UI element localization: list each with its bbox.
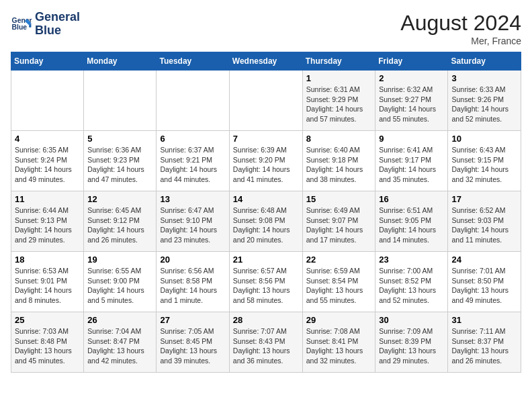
- calendar-cell: 24Sunrise: 7:01 AM Sunset: 8:50 PM Dayli…: [448, 252, 521, 312]
- calendar-cell: 12Sunrise: 6:45 AM Sunset: 9:12 PM Dayli…: [84, 191, 157, 252]
- day-number: 2: [379, 73, 444, 83]
- day-header-saturday: Saturday: [448, 52, 521, 71]
- day-detail: Sunrise: 7:08 AM Sunset: 8:41 PM Dayligh…: [306, 326, 372, 366]
- day-detail: Sunrise: 6:51 AM Sunset: 9:05 PM Dayligh…: [379, 205, 444, 245]
- day-detail: Sunrise: 6:56 AM Sunset: 8:58 PM Dayligh…: [160, 266, 225, 306]
- calendar-cell: 3Sunrise: 6:33 AM Sunset: 9:26 PM Daylig…: [448, 71, 521, 131]
- day-detail: Sunrise: 6:31 AM Sunset: 9:29 PM Dayligh…: [306, 85, 372, 124]
- day-number: 16: [379, 194, 444, 204]
- calendar-table: SundayMondayTuesdayWednesdayThursdayFrid…: [11, 52, 521, 373]
- day-detail: Sunrise: 7:03 AM Sunset: 8:48 PM Dayligh…: [15, 326, 80, 366]
- calendar-week-2: 4Sunrise: 6:35 AM Sunset: 9:24 PM Daylig…: [11, 131, 521, 191]
- calendar-cell: 20Sunrise: 6:56 AM Sunset: 8:58 PM Dayli…: [157, 252, 229, 312]
- day-detail: Sunrise: 7:00 AM Sunset: 8:52 PM Dayligh…: [379, 266, 444, 306]
- day-number: 15: [306, 194, 372, 204]
- day-detail: Sunrise: 6:44 AM Sunset: 9:13 PM Dayligh…: [15, 205, 80, 245]
- day-number: 29: [306, 315, 372, 325]
- day-detail: Sunrise: 7:05 AM Sunset: 8:45 PM Dayligh…: [160, 326, 225, 366]
- day-number: 8: [306, 134, 372, 144]
- day-detail: Sunrise: 6:41 AM Sunset: 9:17 PM Dayligh…: [379, 145, 444, 185]
- calendar-cell: 17Sunrise: 6:52 AM Sunset: 9:03 PM Dayli…: [448, 191, 521, 252]
- day-header-wednesday: Wednesday: [229, 52, 302, 71]
- calendar-cell: 18Sunrise: 6:53 AM Sunset: 9:01 PM Dayli…: [11, 252, 84, 312]
- calendar-week-3: 11Sunrise: 6:44 AM Sunset: 9:13 PM Dayli…: [11, 191, 521, 252]
- day-number: 25: [15, 315, 80, 325]
- day-number: 14: [233, 194, 299, 204]
- calendar-week-4: 18Sunrise: 6:53 AM Sunset: 9:01 PM Dayli…: [11, 252, 521, 312]
- calendar-cell: 2Sunrise: 6:32 AM Sunset: 9:27 PM Daylig…: [375, 71, 448, 131]
- calendar-cell: 13Sunrise: 6:47 AM Sunset: 9:10 PM Dayli…: [157, 191, 229, 252]
- day-detail: Sunrise: 6:37 AM Sunset: 9:21 PM Dayligh…: [160, 145, 225, 185]
- day-number: 13: [160, 194, 225, 204]
- day-detail: Sunrise: 6:57 AM Sunset: 8:56 PM Dayligh…: [233, 266, 299, 306]
- calendar-week-1: 1Sunrise: 6:31 AM Sunset: 9:29 PM Daylig…: [11, 71, 521, 131]
- day-number: 22: [306, 255, 372, 265]
- day-header-row: SundayMondayTuesdayWednesdayThursdayFrid…: [11, 52, 521, 71]
- day-header-sunday: Sunday: [11, 52, 84, 71]
- calendar-cell: 23Sunrise: 7:00 AM Sunset: 8:52 PM Dayli…: [375, 252, 448, 312]
- day-detail: Sunrise: 7:04 AM Sunset: 8:47 PM Dayligh…: [87, 326, 152, 366]
- day-detail: Sunrise: 6:40 AM Sunset: 9:18 PM Dayligh…: [306, 145, 372, 185]
- day-detail: Sunrise: 6:35 AM Sunset: 9:24 PM Dayligh…: [15, 145, 80, 185]
- calendar-cell: 14Sunrise: 6:48 AM Sunset: 9:08 PM Dayli…: [229, 191, 302, 252]
- day-number: 5: [87, 134, 152, 144]
- calendar-cell: 19Sunrise: 6:55 AM Sunset: 9:00 PM Dayli…: [84, 252, 157, 312]
- day-number: 27: [160, 315, 225, 325]
- day-number: 23: [379, 255, 444, 265]
- logo-icon: General Blue: [11, 13, 32, 35]
- calendar-cell: [229, 71, 302, 131]
- location-subtitle: Mer, France: [400, 36, 521, 46]
- day-number: 31: [451, 315, 517, 325]
- calendar-cell: 21Sunrise: 6:57 AM Sunset: 8:56 PM Dayli…: [229, 252, 302, 312]
- day-number: 3: [451, 73, 517, 83]
- calendar-cell: 8Sunrise: 6:40 AM Sunset: 9:18 PM Daylig…: [302, 131, 375, 191]
- calendar-cell: 4Sunrise: 6:35 AM Sunset: 9:24 PM Daylig…: [11, 131, 84, 191]
- svg-text:Blue: Blue: [12, 24, 28, 31]
- logo: General Blue General Blue: [11, 11, 80, 38]
- calendar-cell: 25Sunrise: 7:03 AM Sunset: 8:48 PM Dayli…: [11, 312, 84, 373]
- day-number: 24: [451, 255, 517, 265]
- day-header-monday: Monday: [84, 52, 157, 71]
- day-detail: Sunrise: 6:52 AM Sunset: 9:03 PM Dayligh…: [451, 205, 517, 245]
- calendar-cell: 6Sunrise: 6:37 AM Sunset: 9:21 PM Daylig…: [157, 131, 229, 191]
- calendar-cell: 30Sunrise: 7:09 AM Sunset: 8:39 PM Dayli…: [375, 312, 448, 373]
- day-detail: Sunrise: 6:48 AM Sunset: 9:08 PM Dayligh…: [233, 205, 299, 245]
- calendar-cell: [11, 71, 84, 131]
- calendar-cell: 1Sunrise: 6:31 AM Sunset: 9:29 PM Daylig…: [302, 71, 375, 131]
- calendar-cell: 28Sunrise: 7:07 AM Sunset: 8:43 PM Dayli…: [229, 312, 302, 373]
- day-number: 9: [379, 134, 444, 144]
- day-detail: Sunrise: 6:33 AM Sunset: 9:26 PM Dayligh…: [451, 85, 517, 124]
- day-number: 6: [160, 134, 225, 144]
- calendar-cell: 9Sunrise: 6:41 AM Sunset: 9:17 PM Daylig…: [375, 131, 448, 191]
- day-detail: Sunrise: 7:07 AM Sunset: 8:43 PM Dayligh…: [233, 326, 299, 366]
- day-detail: Sunrise: 7:09 AM Sunset: 8:39 PM Dayligh…: [379, 326, 444, 366]
- month-year-title: August 2024: [400, 11, 521, 36]
- day-number: 19: [87, 255, 152, 265]
- day-detail: Sunrise: 6:59 AM Sunset: 8:54 PM Dayligh…: [306, 266, 372, 306]
- calendar-cell: 16Sunrise: 6:51 AM Sunset: 9:05 PM Dayli…: [375, 191, 448, 252]
- title-block: August 2024 Mer, France: [400, 11, 521, 46]
- day-number: 18: [15, 255, 80, 265]
- day-detail: Sunrise: 6:39 AM Sunset: 9:20 PM Dayligh…: [233, 145, 299, 185]
- calendar-cell: 15Sunrise: 6:49 AM Sunset: 9:07 PM Dayli…: [302, 191, 375, 252]
- day-number: 28: [233, 315, 299, 325]
- day-number: 26: [87, 315, 152, 325]
- calendar-cell: 7Sunrise: 6:39 AM Sunset: 9:20 PM Daylig…: [229, 131, 302, 191]
- page-header: General Blue General Blue August 2024 Me…: [11, 11, 521, 46]
- logo-text: General Blue: [35, 11, 80, 38]
- calendar-cell: 10Sunrise: 6:43 AM Sunset: 9:15 PM Dayli…: [448, 131, 521, 191]
- day-detail: Sunrise: 6:53 AM Sunset: 9:01 PM Dayligh…: [15, 266, 80, 306]
- day-detail: Sunrise: 7:11 AM Sunset: 8:37 PM Dayligh…: [451, 326, 517, 366]
- calendar-cell: 22Sunrise: 6:59 AM Sunset: 8:54 PM Dayli…: [302, 252, 375, 312]
- day-number: 10: [451, 134, 517, 144]
- day-detail: Sunrise: 7:01 AM Sunset: 8:50 PM Dayligh…: [451, 266, 517, 306]
- calendar-cell: 29Sunrise: 7:08 AM Sunset: 8:41 PM Dayli…: [302, 312, 375, 373]
- calendar-cell: [84, 71, 157, 131]
- day-detail: Sunrise: 6:32 AM Sunset: 9:27 PM Dayligh…: [379, 85, 444, 124]
- calendar-cell: 31Sunrise: 7:11 AM Sunset: 8:37 PM Dayli…: [448, 312, 521, 373]
- calendar-cell: 5Sunrise: 6:36 AM Sunset: 9:23 PM Daylig…: [84, 131, 157, 191]
- day-number: 1: [306, 73, 372, 83]
- day-number: 4: [15, 134, 80, 144]
- calendar-cell: 11Sunrise: 6:44 AM Sunset: 9:13 PM Dayli…: [11, 191, 84, 252]
- day-number: 7: [233, 134, 299, 144]
